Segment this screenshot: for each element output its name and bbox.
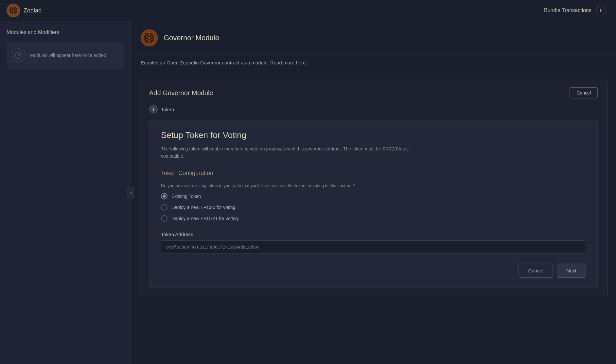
bottom-buttons: Cancel Next xyxy=(161,264,586,278)
svg-point-19 xyxy=(149,37,150,39)
token-config-title: Token Configuration xyxy=(161,170,586,177)
radio-new-erc20[interactable]: Deploy a new ERC20 for voting. xyxy=(161,204,586,211)
token-address-input[interactable] xyxy=(161,240,586,254)
bundle-btn-label: Bundle Transactions xyxy=(544,8,591,13)
module-description: Enables an Open Zeppelin Governor contra… xyxy=(131,55,616,72)
nav-logo[interactable]: Zodiac xyxy=(0,0,52,21)
svg-point-6 xyxy=(11,11,12,12)
svg-point-5 xyxy=(13,12,14,14)
cancel-button[interactable]: Cancel xyxy=(519,264,553,278)
modules-empty-text: Modules will appear here once added xyxy=(30,52,106,59)
modules-empty-item[interactable]: Modules will appear here once added xyxy=(7,42,124,69)
read-more-link[interactable]: Read more here. xyxy=(270,60,307,65)
token-setup-description: The following token will enable members … xyxy=(161,145,429,160)
right-panel: Governor Module Enables an Open Zeppelin… xyxy=(131,21,616,364)
token-question: Do you have an existing token in your sa… xyxy=(161,183,586,188)
radio-existing-token[interactable]: Existing Token xyxy=(161,193,586,199)
governor-module-icon xyxy=(141,29,158,46)
bundle-count-badge: 0 xyxy=(596,6,606,15)
cancel-top-button[interactable]: Cancel xyxy=(570,87,598,98)
svg-point-4 xyxy=(15,11,16,12)
add-module-title: Add Governor Module xyxy=(149,89,213,97)
radio-label-erc20: Deploy a new ERC20 for voting. xyxy=(171,205,237,210)
add-module-header: Add Governor Module Cancel xyxy=(149,87,598,98)
sidebar-title: Modules and Modifiers xyxy=(7,29,124,35)
loading-icon xyxy=(12,48,26,62)
svg-point-17 xyxy=(146,36,147,37)
svg-point-3 xyxy=(15,9,16,10)
svg-point-14 xyxy=(151,39,152,40)
app-title: Zodiac xyxy=(24,7,41,14)
main-content: Modules and Modifiers Modules will appea… xyxy=(0,21,616,364)
svg-point-12 xyxy=(149,34,150,36)
next-button[interactable]: Next xyxy=(557,264,586,278)
nav-spacer xyxy=(52,0,534,21)
step-number: 1 xyxy=(149,105,158,113)
radio-circle-existing xyxy=(161,193,167,199)
radio-circle-erc721 xyxy=(161,215,167,222)
sidebar: Modules and Modifiers Modules will appea… xyxy=(0,21,131,364)
top-nav: Zodiac Bundle Transactions 0 xyxy=(0,0,616,21)
step-label: Token xyxy=(161,107,174,112)
radio-label-erc721: Deploy a new ERC721 for voting. xyxy=(171,216,239,221)
svg-point-7 xyxy=(11,9,12,10)
svg-point-16 xyxy=(146,39,147,40)
token-setup-box: Setup Token for Voting The following tok… xyxy=(149,120,598,288)
step-indicator: 1 Token xyxy=(149,105,598,113)
bundle-transactions-button[interactable]: Bundle Transactions 0 xyxy=(534,0,616,21)
token-address-label: Token Address xyxy=(161,232,586,237)
zodiac-icon xyxy=(7,4,20,17)
svg-point-13 xyxy=(151,36,152,37)
svg-point-2 xyxy=(13,7,14,9)
radio-circle-erc20 xyxy=(161,204,167,211)
collapse-icon: » xyxy=(130,190,132,195)
module-header: Governor Module xyxy=(131,21,616,55)
svg-point-8 xyxy=(12,9,14,11)
add-module-section: Add Governor Module Cancel 1 Token Setup… xyxy=(139,79,608,296)
token-type-radio-group: Existing Token Deploy a new ERC20 for vo… xyxy=(161,193,586,222)
radio-new-erc721[interactable]: Deploy a new ERC721 for voting. xyxy=(161,215,586,222)
radio-label-existing: Existing Token xyxy=(171,194,201,199)
sidebar-collapse-button[interactable]: » xyxy=(127,187,135,199)
governor-module-title: Governor Module xyxy=(164,34,219,42)
svg-point-15 xyxy=(149,41,150,42)
module-desc-text: Enables an Open Zeppelin Governor contra… xyxy=(141,60,269,65)
token-setup-title: Setup Token for Voting xyxy=(161,130,586,140)
